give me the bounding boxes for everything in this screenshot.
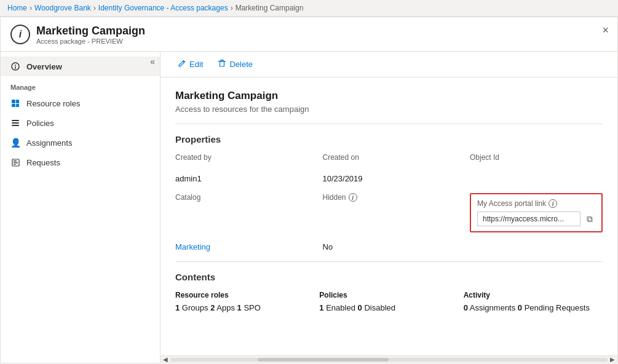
edit-label: Edit: [189, 60, 203, 69]
catalog-label: Catalog: [175, 193, 308, 232]
sidebar-nav: Overview Manage Resource roles Policies: [1, 52, 160, 172]
portal-link-container: My Access portal link i ⧉: [470, 193, 603, 232]
assignments-icon: 👤: [10, 138, 20, 148]
copy-link-button[interactable]: ⧉: [584, 213, 595, 226]
breadcrumb-identity-governance[interactable]: Identity Governance - Access packages: [98, 4, 228, 12]
svg-rect-6: [14, 164, 16, 165]
object-id-label: Object Id: [470, 153, 603, 164]
portal-link-info-icon: i: [549, 199, 557, 208]
sidebar-overview-label: Overview: [26, 62, 62, 71]
properties-title: Properties: [175, 134, 603, 144]
scroll-thumb[interactable]: [258, 358, 389, 362]
hidden-info-icon: i: [349, 193, 357, 202]
sidebar-resource-roles-label: Resource roles: [26, 99, 80, 108]
sidebar-assignments-label: Assignments: [26, 138, 72, 148]
contents-title: Contents: [175, 272, 603, 282]
svg-rect-2: [15, 66, 16, 69]
created-by-label: Created by: [175, 153, 308, 164]
requests-icon: [10, 157, 20, 167]
catalog-link[interactable]: Marketing: [175, 242, 210, 251]
properties-grid: Created by Created on Object Id admin1 1…: [175, 153, 603, 251]
sidebar-item-policies[interactable]: Policies: [1, 113, 160, 133]
sidebar-collapse-button[interactable]: «: [150, 57, 155, 66]
delete-icon: [218, 59, 226, 69]
hidden-label-container: Hidden i: [323, 193, 456, 232]
delete-label: Delete: [229, 60, 253, 69]
svg-point-1: [15, 65, 16, 66]
portal-link-box: My Access portal link i ⧉: [470, 193, 603, 232]
panel-header: i Marketing Campaign Access package - PR…: [1, 17, 617, 52]
scroll-right-arrow[interactable]: ▶: [610, 356, 615, 363]
portal-link-label: My Access portal link i: [477, 199, 595, 208]
divider-2: [175, 261, 603, 262]
close-button[interactable]: ×: [602, 25, 609, 36]
hidden-label: Hidden: [323, 193, 346, 202]
created-by-value: admin1: [175, 174, 308, 183]
policies-value: 1 Enabled 0 Disabled: [319, 303, 458, 312]
object-id-value: [470, 174, 603, 183]
toolbar: Edit Delete: [160, 52, 617, 77]
activity-value: 0 Assignments 0 Pending Requests: [464, 303, 603, 312]
manage-section-label: Manage: [1, 76, 160, 93]
panel-title: Marketing Campaign: [36, 25, 145, 38]
svg-rect-4: [14, 160, 17, 162]
hidden-value: No: [323, 242, 456, 251]
activity-contents: Activity 0 Assignments 0 Pending Request…: [464, 291, 603, 312]
sidebar-item-assignments[interactable]: 👤 Assignments: [1, 133, 160, 152]
overview-icon: [10, 61, 20, 71]
svg-rect-5: [14, 162, 18, 164]
divider-1: [175, 124, 603, 124]
resource-roles-contents: Resource roles 1 Groups 2 Apps 1 SPO: [175, 291, 314, 312]
header-icon: i: [10, 25, 30, 44]
main-content: Marketing Campaign Access to resources f…: [160, 77, 617, 355]
edit-button[interactable]: Edit: [175, 57, 205, 72]
contents-grid: Resource roles 1 Groups 2 Apps 1 SPO: [175, 291, 603, 312]
breadcrumb-current: Marketing Campaign: [236, 4, 304, 12]
sidebar: « Overview Manage: [1, 52, 160, 363]
catalog-value: Marketing: [175, 242, 308, 251]
resource-roles-value: 1 Groups 2 Apps 1 SPO: [175, 303, 314, 312]
sidebar-item-requests[interactable]: Requests: [1, 152, 160, 172]
page-description: Access to resources for the campaign: [175, 105, 603, 114]
delete-button[interactable]: Delete: [215, 57, 255, 72]
edit-icon: [178, 59, 186, 69]
scrollbar[interactable]: ◀ ▶: [160, 355, 617, 363]
sidebar-item-resource-roles[interactable]: Resource roles: [1, 93, 160, 113]
scroll-track[interactable]: [170, 358, 608, 362]
panel-subtitle: Access package - PREVIEW: [36, 38, 145, 45]
policies-icon: [10, 118, 20, 128]
policies-contents: Policies 1 Enabled 0 Disabled: [319, 291, 458, 312]
page-title: Marketing Campaign: [175, 90, 603, 102]
created-on-label: Created on: [323, 153, 456, 164]
breadcrumb-woodgrove[interactable]: Woodgrove Bank: [34, 4, 91, 12]
sidebar-requests-label: Requests: [26, 158, 60, 167]
sidebar-item-overview[interactable]: Overview: [1, 57, 160, 76]
sidebar-policies-label: Policies: [26, 119, 54, 128]
created-on-value: 10/23/2019: [323, 174, 456, 183]
portal-link-input[interactable]: [477, 212, 580, 226]
resource-roles-icon: [10, 98, 20, 108]
breadcrumb-home[interactable]: Home: [7, 4, 27, 12]
scroll-left-arrow[interactable]: ◀: [163, 356, 168, 363]
breadcrumb: Home › Woodgrove Bank › Identity Governa…: [0, 0, 618, 17]
